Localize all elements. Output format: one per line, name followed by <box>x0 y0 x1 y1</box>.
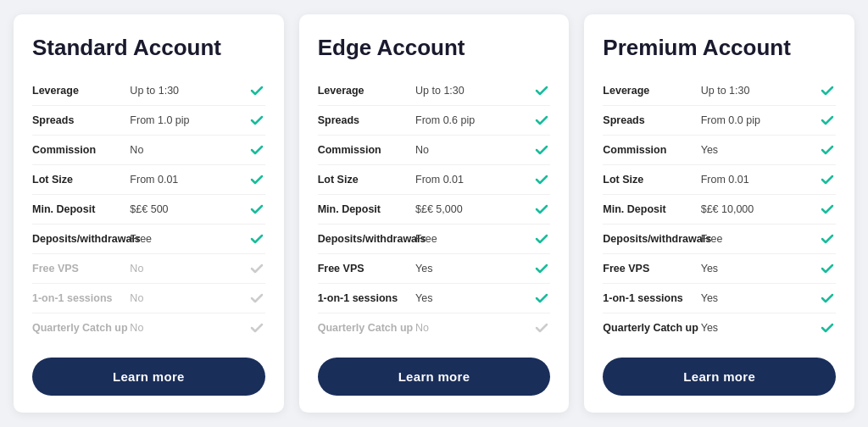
standard-feature-label-7: 1-on-1 sessions <box>32 292 130 304</box>
check-svg-green <box>820 291 835 306</box>
card-edge: Edge AccountLeverageUp to 1:30 SpreadsFr… <box>299 14 570 413</box>
check-green-icon <box>248 201 265 218</box>
check-green-icon <box>819 319 836 336</box>
standard-feature-row-6: Free VPSNo <box>32 254 265 284</box>
edge-feature-label-4: Min. Deposit <box>318 203 415 215</box>
check-svg-green <box>534 172 549 187</box>
premium-feature-value-5: Free <box>701 233 819 245</box>
premium-features-list: LeverageUp to 1:30 SpreadsFrom 0.0 pip C… <box>603 76 836 342</box>
edge-features-list: LeverageUp to 1:30 SpreadsFrom 0.6 pip C… <box>318 76 551 342</box>
check-svg-green <box>249 202 264 217</box>
check-svg-gray <box>249 320 264 336</box>
premium-feature-label-7: 1-on-1 sessions <box>603 292 700 304</box>
edge-feature-value-4: $£€ 5,000 <box>415 203 533 215</box>
check-svg-green <box>534 113 549 128</box>
premium-feature-value-6: Yes <box>701 263 819 274</box>
standard-feature-label-1: Spreads <box>32 114 130 126</box>
standard-feature-label-3: Lot Size <box>32 174 130 186</box>
premium-feature-row-1: SpreadsFrom 0.0 pip <box>603 106 836 136</box>
standard-learn-more-button[interactable]: Learn more <box>32 358 265 396</box>
check-svg-green <box>820 83 835 98</box>
check-svg-green <box>249 172 264 187</box>
edge-feature-label-2: Commission <box>318 144 415 156</box>
premium-feature-value-7: Yes <box>701 292 819 304</box>
standard-feature-row-3: Lot SizeFrom 0.01 <box>32 165 265 195</box>
edge-feature-value-1: From 0.6 pip <box>415 114 533 126</box>
edge-learn-more-button[interactable]: Learn more <box>318 358 551 396</box>
premium-feature-row-7: 1-on-1 sessionsYes <box>603 284 836 313</box>
standard-feature-row-4: Min. Deposit$£€ 500 <box>32 195 265 225</box>
standard-feature-value-1: From 1.0 pip <box>130 114 248 126</box>
standard-feature-value-8: No <box>130 322 248 334</box>
edge-feature-row-4: Min. Deposit$£€ 5,000 <box>318 195 551 225</box>
standard-feature-label-4: Min. Deposit <box>32 203 130 215</box>
check-svg-gray <box>534 320 549 336</box>
edge-feature-row-3: Lot SizeFrom 0.01 <box>318 165 551 195</box>
standard-feature-label-5: Deposits/withdrawals <box>32 233 130 245</box>
edge-feature-value-6: Yes <box>415 263 533 274</box>
check-green-icon <box>248 141 265 158</box>
premium-feature-label-8: Quarterly Catch up <box>603 322 700 334</box>
edge-feature-value-8: No <box>415 322 533 334</box>
check-svg-green <box>249 142 264 158</box>
edge-feature-value-7: Yes <box>415 292 533 304</box>
edge-feature-label-0: Leverage <box>318 85 415 97</box>
check-svg-green <box>820 113 835 128</box>
premium-feature-label-1: Spreads <box>603 114 700 126</box>
premium-feature-value-1: From 0.0 pip <box>701 114 819 126</box>
standard-features-list: LeverageUp to 1:30 SpreadsFrom 1.0 pip C… <box>32 76 265 342</box>
standard-feature-label-0: Leverage <box>32 85 130 97</box>
standard-feature-label-6: Free VPS <box>32 263 130 274</box>
check-svg-green <box>820 231 835 247</box>
check-green-icon <box>819 290 836 307</box>
standard-title: Standard Account <box>32 35 265 61</box>
check-svg-green <box>534 202 549 217</box>
standard-feature-row-1: SpreadsFrom 1.0 pip <box>32 106 265 136</box>
edge-feature-row-8: Quarterly Catch upNo <box>318 313 551 342</box>
check-green-icon <box>819 82 836 99</box>
standard-feature-row-2: CommissionNo <box>32 136 265 165</box>
check-green-icon <box>533 82 550 99</box>
check-gray-icon <box>248 319 265 336</box>
edge-feature-label-8: Quarterly Catch up <box>318 322 415 334</box>
standard-feature-value-5: Free <box>130 233 248 245</box>
premium-feature-value-0: Up to 1:30 <box>701 85 819 97</box>
edge-feature-row-2: CommissionNo <box>318 136 551 165</box>
premium-feature-row-0: LeverageUp to 1:30 <box>603 76 836 106</box>
premium-feature-value-8: Yes <box>701 322 819 334</box>
check-green-icon <box>533 201 550 218</box>
check-svg-gray <box>249 291 264 306</box>
premium-feature-label-2: Commission <box>603 144 700 156</box>
premium-feature-label-0: Leverage <box>603 85 700 97</box>
premium-title: Premium Account <box>603 35 836 61</box>
check-svg-green <box>820 320 835 336</box>
premium-feature-value-2: Yes <box>701 144 819 156</box>
check-svg-green <box>534 231 549 247</box>
check-svg-green <box>820 261 835 276</box>
check-gray-icon <box>248 260 265 277</box>
check-green-icon <box>533 171 550 188</box>
check-green-icon <box>819 230 836 247</box>
check-green-icon <box>533 230 550 247</box>
standard-feature-row-5: Deposits/withdrawalsFree <box>32 225 265 254</box>
check-svg-green <box>534 142 549 158</box>
card-standard: Standard AccountLeverageUp to 1:30 Sprea… <box>14 14 284 413</box>
edge-feature-row-7: 1-on-1 sessionsYes <box>318 284 551 313</box>
check-green-icon <box>819 112 836 129</box>
edge-feature-row-5: Deposits/withdrawalsFree <box>318 225 551 254</box>
check-green-icon <box>533 260 550 277</box>
edge-feature-row-6: Free VPSYes <box>318 254 551 284</box>
check-svg-green <box>249 83 264 98</box>
edge-feature-value-5: Free <box>415 233 533 245</box>
premium-feature-row-8: Quarterly Catch upYes <box>603 313 836 342</box>
edge-feature-value-3: From 0.01 <box>415 174 533 186</box>
premium-learn-more-button[interactable]: Learn more <box>603 358 836 396</box>
edge-feature-label-3: Lot Size <box>318 174 415 186</box>
standard-feature-label-8: Quarterly Catch up <box>32 322 130 334</box>
check-green-icon <box>819 141 836 158</box>
check-green-icon <box>248 230 265 247</box>
edge-feature-row-0: LeverageUp to 1:30 <box>318 76 551 106</box>
check-svg-gray <box>249 261 264 276</box>
edge-feature-label-5: Deposits/withdrawals <box>318 233 415 245</box>
premium-feature-row-5: Deposits/withdrawalsFree <box>603 225 836 254</box>
